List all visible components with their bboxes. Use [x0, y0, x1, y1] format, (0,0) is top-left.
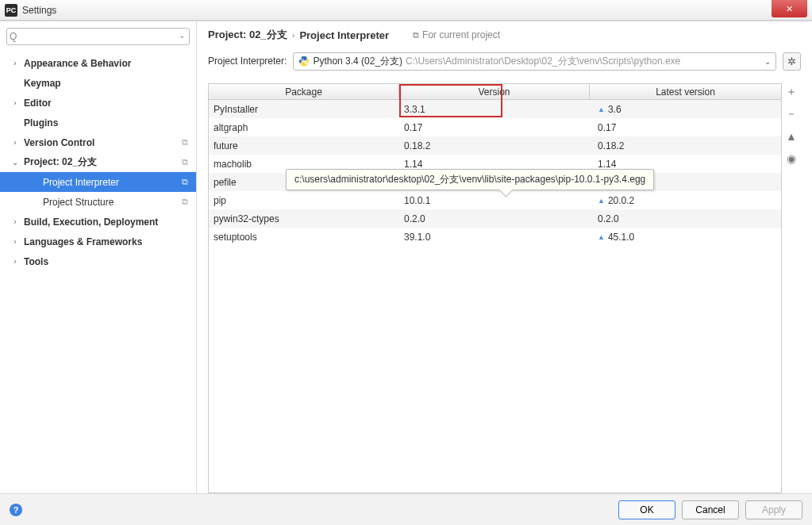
python-icon	[298, 56, 310, 67]
cell-version: 0.18.2	[399, 140, 590, 151]
breadcrumb-separator: ›	[292, 30, 295, 40]
cell-latest-text: 0.17	[598, 122, 616, 133]
tree-item-label: Version Control	[24, 137, 94, 148]
copy-icon: ⧉	[182, 137, 188, 148]
show-early-releases-button[interactable]: ◉	[784, 151, 799, 166]
header-package[interactable]: Package	[209, 84, 399, 99]
chevron-right-icon: ›	[11, 98, 19, 107]
settings-tree: ›Appearance & Behavior›Keymap›Editor›Plu…	[0, 52, 196, 493]
interpreter-row: Project Interpreter: Python 3.4 (02_分支) …	[197, 48, 812, 74]
cell-package: altgraph	[209, 122, 399, 133]
cell-latest: 0.2.0	[590, 213, 781, 224]
packages-table: Package Version Latest version PyInstall…	[208, 83, 782, 493]
help-button[interactable]: ?	[10, 504, 22, 516]
tree-item-project-interpreter[interactable]: ›Project Interpreter⧉	[0, 172, 196, 192]
cancel-button[interactable]: Cancel	[682, 500, 739, 519]
table-row[interactable]: pywin32-ctypes0.2.00.2.0	[209, 209, 781, 228]
app-icon: PC	[5, 4, 17, 17]
upgrade-available-icon: ▲	[598, 197, 605, 205]
minus-icon: －	[786, 107, 797, 121]
tree-item-label: Project Interpreter	[43, 177, 119, 188]
close-icon: ✕	[786, 4, 793, 14]
tree-item-languages-frameworks[interactable]: ›Languages & Frameworks	[0, 232, 196, 251]
copy-icon: ⧉	[182, 197, 188, 207]
header-version[interactable]: Version	[399, 84, 590, 99]
plus-icon: ＋	[786, 85, 797, 99]
cell-version: 0.17	[399, 122, 590, 133]
tree-item-build-execution-deployment[interactable]: ›Build, Execution, Deployment	[0, 212, 196, 232]
tree-item-project-02-[interactable]: ⌄Project: 02_分支⧉	[0, 152, 196, 172]
cell-latest: ▲45.1.0	[590, 232, 781, 243]
apply-button[interactable]: Apply	[745, 500, 802, 519]
tree-item-label: Project: 02_分支	[24, 155, 97, 169]
interpreter-name: Python 3.4 (02_分支)	[313, 55, 402, 68]
cell-latest-text: 3.6	[608, 104, 622, 115]
cell-package: setuptools	[209, 232, 399, 243]
cell-latest: ▲20.0.2	[590, 195, 781, 206]
upgrade-available-icon: ▲	[598, 233, 605, 241]
tree-item-version-control[interactable]: ›Version Control⧉	[0, 132, 196, 152]
tree-item-label: Languages & Frameworks	[24, 236, 142, 247]
header-latest[interactable]: Latest version	[590, 84, 781, 99]
table-row[interactable]: pip10.0.1▲20.0.2	[209, 191, 781, 209]
cell-latest-text: 0.2.0	[598, 213, 619, 224]
table-row[interactable]: altgraph0.170.17	[209, 118, 781, 136]
tree-item-label: Plugins	[24, 117, 58, 128]
breadcrumb-page: Project Interpreter	[299, 29, 389, 41]
interpreter-select[interactable]: Python 3.4 (02_分支) C:\Users\Administrato…	[293, 52, 776, 71]
tree-item-tools[interactable]: ›Tools	[0, 251, 196, 271]
cell-version: 10.0.1	[399, 195, 590, 206]
interpreter-settings-button[interactable]: ✲	[783, 52, 801, 71]
table-header: Package Version Latest version	[209, 84, 781, 100]
chevron-down-icon: ⌄	[11, 158, 19, 167]
tree-item-keymap[interactable]: ›Keymap	[0, 73, 196, 93]
tree-item-label: Appearance & Behavior	[24, 58, 131, 69]
remove-package-button[interactable]: －	[784, 107, 799, 121]
table-row[interactable]: setuptools39.1.0▲45.1.0	[209, 228, 781, 246]
cell-version: 0.2.0	[399, 213, 590, 224]
cell-package: pywin32-ctypes	[209, 213, 399, 224]
chevron-right-icon: ›	[11, 217, 19, 226]
tree-item-plugins[interactable]: ›Plugins	[0, 113, 196, 132]
tree-item-label: Build, Execution, Deployment	[24, 217, 158, 228]
clear-search-icon[interactable]: ⌄	[179, 31, 185, 40]
search-input[interactable]	[6, 28, 190, 45]
titlebar: PC Settings ✕	[0, 0, 812, 21]
tree-item-label: Project Structure	[43, 197, 114, 208]
tree-item-project-structure[interactable]: ›Project Structure⧉	[0, 192, 196, 212]
close-button[interactable]: ✕	[772, 0, 807, 17]
upgrade-icon: ▲	[786, 130, 797, 143]
gear-icon: ✲	[787, 56, 796, 67]
chevron-right-icon: ›	[11, 257, 19, 266]
tree-item-appearance-behavior[interactable]: ›Appearance & Behavior	[0, 53, 196, 73]
ok-button[interactable]: OK	[618, 500, 675, 519]
tree-item-editor[interactable]: ›Editor	[0, 93, 196, 113]
table-toolbar: ＋ － ▲ ◉	[782, 83, 801, 493]
cell-package: pip	[209, 195, 399, 206]
eye-icon: ◉	[787, 152, 796, 165]
cell-latest-text: 20.0.2	[608, 195, 634, 206]
current-project-hint: ⧉ For current project	[413, 29, 500, 40]
table-row[interactable]: future0.18.20.18.2	[209, 136, 781, 155]
interpreter-path: C:\Users\Administrator\Desktop\02_分支\ven…	[406, 55, 680, 68]
upgrade-available-icon: ▲	[598, 105, 605, 113]
tooltip-text: c:\users\administrator\desktop\02_分支\ven…	[294, 174, 645, 185]
tree-item-label: Tools	[24, 256, 48, 267]
table-row[interactable]: PyInstaller3.3.1▲3.6	[209, 100, 781, 118]
upgrade-package-button[interactable]: ▲	[784, 129, 799, 144]
cell-latest: ▲3.6	[590, 104, 781, 115]
cell-latest: 0.17	[590, 122, 781, 133]
search-box: Q ⌄	[6, 28, 190, 45]
cell-package: future	[209, 140, 399, 151]
tree-item-label: Editor	[24, 98, 52, 109]
cell-package: macholib	[209, 159, 399, 170]
cell-version: 3.3.1	[399, 104, 590, 115]
cell-version: 39.1.0	[399, 232, 590, 243]
chevron-right-icon: ›	[11, 237, 19, 246]
current-project-hint-text: For current project	[422, 29, 500, 40]
tooltip: c:\users\administrator\desktop\02_分支\ven…	[286, 169, 654, 190]
copy-icon: ⧉	[182, 157, 188, 167]
tree-item-label: Keymap	[24, 78, 61, 89]
add-package-button[interactable]: ＋	[784, 85, 799, 99]
settings-sidebar: Q ⌄ ›Appearance & Behavior›Keymap›Editor…	[0, 21, 197, 493]
